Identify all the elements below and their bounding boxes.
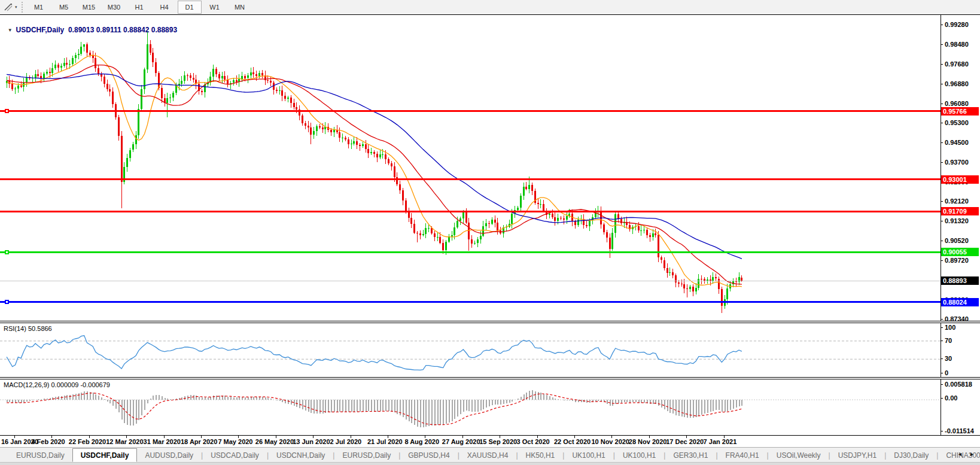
tab-scroll-left-icon[interactable]: ◄	[957, 451, 963, 457]
timeframe-button-h4[interactable]: H4	[153, 1, 176, 14]
timeframe-button-group: M1M5M15M30H1H4D1W1MN	[26, 1, 252, 14]
draw-lines-tool-button[interactable]: ▾	[2, 1, 19, 13]
symbol-tab-xauusd-h4[interactable]: XAUUSD,H4	[459, 448, 516, 462]
price-tick-mark	[941, 319, 943, 320]
current-price-badge: 0.88893	[941, 276, 979, 285]
symbol-tab-bar: EURUSD,DailyUSDCHF,DailyAUDUSD,Daily|USD…	[0, 447, 980, 465]
price-tick-mark	[941, 84, 943, 84]
price-tick-mark	[941, 162, 943, 163]
timeframe-button-m5[interactable]: M5	[52, 1, 76, 14]
symbol-tab-audusd-daily[interactable]: AUDUSD,Daily	[137, 448, 201, 462]
symbol-tab-hk50-h1[interactable]: HK50,H1	[518, 448, 563, 462]
macd-tick-label: 0.00	[945, 394, 979, 402]
price-level-badge: 0.88024	[941, 298, 979, 306]
date-tick-label: 8 Aug 2020	[404, 438, 439, 445]
tool-dropdown-caret: ▾	[15, 5, 17, 10]
price-level-badge: 0.93001	[941, 175, 979, 184]
symbol-tab-ger30-h1[interactable]: GER30,H1	[665, 448, 716, 462]
macd-tick-label: -0.011514	[945, 427, 979, 434]
date-tick-label: 31 Mar 2020	[144, 438, 181, 445]
price-level-line-0.90055[interactable]	[0, 251, 941, 253]
price-level-badge: 0.95766	[941, 107, 979, 116]
symbol-tab-uk100-h1[interactable]: UK100,H1	[615, 448, 664, 462]
price-level-badge: 0.91709	[941, 207, 979, 215]
date-tick-label: 3 Oct 2020	[517, 438, 550, 445]
current-price-line	[0, 281, 941, 281]
timeframe-button-h1[interactable]: H1	[127, 1, 151, 14]
symbol-tab-eurusd-daily[interactable]: EURUSD,Daily	[334, 448, 398, 462]
price-tick-mark	[941, 201, 943, 202]
symbol-tab-usdcnh-daily[interactable]: USDCNH,Daily	[269, 448, 333, 462]
symbol-tab-gbpusd-h4[interactable]: GBPUSD,H4	[400, 448, 457, 462]
top-toolbar: ▾ M1M5M15M30H1H4D1W1MN	[0, 0, 980, 15]
symbol-tab-uk100-h1[interactable]: UK100,H1	[564, 448, 613, 462]
date-tick-label: 4 Feb 2020	[31, 438, 65, 445]
date-tick-label: 22 Oct 2020	[554, 438, 591, 445]
price-tick-label: 0.92120	[945, 197, 979, 205]
symbol-dropdown-icon[interactable]: ▼	[8, 28, 13, 33]
symbol-tab-fra40-h1[interactable]: FRA40,H1	[718, 448, 767, 462]
price-level-line-0.95766[interactable]	[0, 110, 941, 112]
tab-scroll-right-icon[interactable]: ►	[969, 451, 975, 457]
date-tick-label: 7 May 2020	[218, 438, 252, 445]
rsi-label: RSI(14) 50.5866	[4, 325, 52, 332]
symbol-tab-usdchf-daily[interactable]: USDCHF,Daily	[72, 448, 138, 462]
symbol-tab-usoil-weekly[interactable]: USOil,Weekly	[769, 448, 829, 462]
date-tick-label: 26 May 2020	[255, 438, 294, 445]
price-tick-label: 0.89720	[945, 257, 979, 264]
date-tick-label: 22 Feb 2020	[69, 438, 106, 445]
timeframe-button-mn[interactable]: MN	[228, 1, 252, 14]
draw-lines-icon	[4, 2, 13, 12]
candlesticks	[6, 31, 742, 313]
rsi-tick-label: 30	[945, 355, 979, 362]
moving-average-52	[7, 74, 742, 259]
rsi-pane[interactable]	[0, 323, 941, 377]
price-tick-mark	[941, 241, 943, 241]
macd-canvas	[0, 379, 941, 435]
date-tick-label: 18 Apr 2020	[181, 438, 217, 445]
date-tick-label: 17 Dec 2020	[666, 438, 704, 445]
date-tick-label: 27 Aug 2020	[442, 438, 480, 445]
price-tick-label: 0.96880	[945, 80, 979, 87]
symbol-tab-dj30-daily[interactable]: DJ30,Daily	[886, 448, 936, 462]
macd-label: MACD(12,26,9) 0.000009 -0.000679	[4, 381, 110, 388]
price-axis-border	[941, 15, 941, 435]
macd-tick-mark	[941, 384, 943, 385]
price-level-line-0.91709[interactable]	[0, 211, 941, 212]
price-tick-label: 0.93700	[945, 159, 979, 166]
date-tick-label: 21 Jul 2020	[367, 438, 403, 445]
rsi-canvas	[0, 323, 941, 377]
price-tick-mark	[941, 64, 943, 65]
macd-pane[interactable]	[0, 379, 941, 435]
date-tick-label: 12 Mar 2020	[106, 438, 143, 445]
date-tick-label: 7 Jan 2021	[704, 438, 737, 445]
price-pane[interactable]	[0, 15, 941, 321]
symbol-tab-usdjpy-h1[interactable]: USDJPY,H1	[830, 448, 884, 462]
price-tick-mark	[941, 260, 943, 261]
price-level-line-0.88024[interactable]	[0, 301, 941, 303]
tabbar-footer	[0, 462, 980, 465]
date-tick-label: 15 Sep 2020	[479, 438, 517, 445]
level-handle[interactable]	[5, 250, 9, 254]
macd-tick-mark	[941, 398, 943, 399]
price-tick-mark	[941, 142, 943, 143]
macd-tick-label: 0.005818	[945, 381, 979, 388]
rsi-tick-mark	[941, 341, 943, 341]
timeframe-button-m30[interactable]: M30	[102, 1, 126, 14]
date-tick-label: 10 Nov 2020	[591, 438, 629, 445]
chart-title-text: USDCHF,Daily 0.89013 0.89111 0.88842 0.8…	[16, 26, 178, 34]
timeframe-button-w1[interactable]: W1	[203, 1, 227, 14]
level-handle[interactable]	[5, 109, 9, 113]
symbol-tab-eurusd-daily[interactable]: EURUSD,Daily	[8, 448, 72, 462]
price-level-line-0.93001[interactable]	[0, 178, 941, 180]
timeframe-button-m1[interactable]: M1	[27, 1, 51, 14]
timeframe-button-d1[interactable]: D1	[178, 1, 202, 14]
price-tick-mark	[941, 44, 943, 45]
date-tick-label: 13 Jun 2020	[293, 438, 330, 445]
rsi-tick-label: 100	[945, 324, 979, 331]
symbol-tab-usdcad-daily[interactable]: USDCAD,Daily	[203, 448, 267, 462]
macd-tick-mark	[941, 431, 943, 431]
level-handle[interactable]	[5, 300, 9, 304]
timeframe-button-m15[interactable]: M15	[77, 1, 101, 14]
toolbar-grip	[22, 2, 23, 13]
